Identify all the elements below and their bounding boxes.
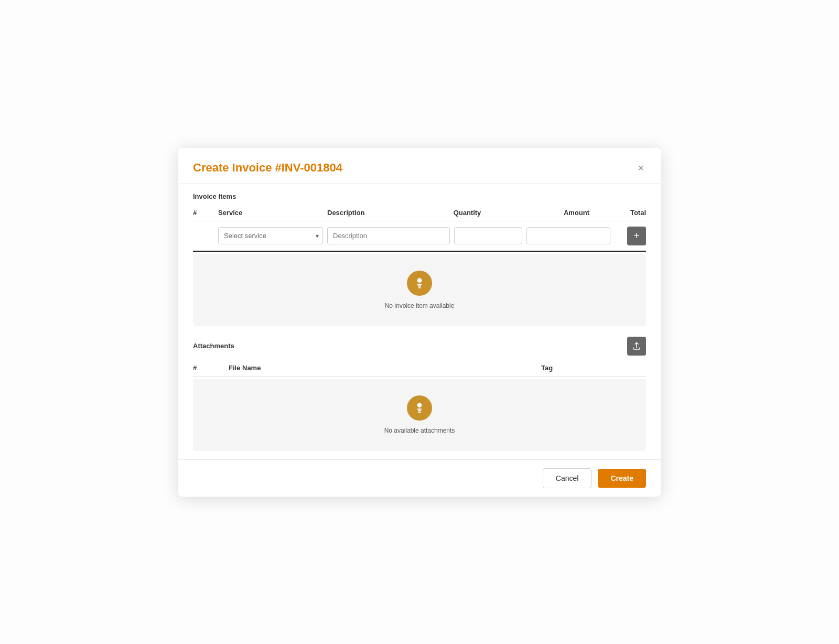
col-description: Description xyxy=(327,209,429,217)
attach-col-tag: Tag xyxy=(541,364,646,372)
modal-title-id: #INV-001804 xyxy=(275,161,342,174)
close-button[interactable]: × xyxy=(636,160,646,175)
attachments-section-title: Attachments xyxy=(193,338,234,354)
description-input[interactable] xyxy=(327,227,450,244)
attachments-header-row: Attachments xyxy=(193,335,646,356)
create-button[interactable]: Create xyxy=(598,469,646,488)
modal-overlay: Create Invoice #INV-001804 × Invoice Ite… xyxy=(0,0,839,644)
create-invoice-modal: Create Invoice #INV-001804 × Invoice Ite… xyxy=(178,148,661,497)
upload-icon xyxy=(632,341,641,351)
attachments-empty-state: No available attachments xyxy=(193,379,646,451)
quantity-input[interactable]: 0 xyxy=(454,227,522,244)
modal-title-prefix: Create Invoice xyxy=(193,161,275,174)
col-quantity: Quantity xyxy=(433,209,501,217)
empty-items-icon xyxy=(407,271,432,296)
modal-title: Create Invoice #INV-001804 xyxy=(193,161,342,175)
attach-col-hash: # xyxy=(193,364,224,372)
amount-input[interactable]: 0.00 xyxy=(526,227,610,244)
invoice-items-table-header: # Service Description Quantity Amount To… xyxy=(193,205,646,221)
attachments-empty-text: No available attachments xyxy=(384,427,455,434)
empty-attachments-icon xyxy=(407,395,432,421)
svg-rect-6 xyxy=(418,410,422,411)
invoice-items-empty-state: No invoice item available xyxy=(193,254,646,326)
col-hash: # xyxy=(193,209,214,217)
svg-rect-7 xyxy=(418,412,421,413)
svg-rect-3 xyxy=(418,287,421,288)
svg-rect-1 xyxy=(417,284,422,285)
service-select-wrapper: Select service ▾ xyxy=(218,227,323,244)
svg-rect-5 xyxy=(417,409,422,410)
invoice-items-empty-text: No invoice item available xyxy=(385,302,455,309)
col-amount: Amount xyxy=(505,209,589,217)
svg-point-0 xyxy=(417,278,422,283)
svg-point-4 xyxy=(417,403,422,407)
attachments-table-header: # File Name Tag xyxy=(193,360,646,377)
modal-footer: Cancel Create xyxy=(178,459,661,497)
add-item-button[interactable]: + xyxy=(627,227,646,245)
col-total: Total xyxy=(594,209,646,217)
attach-col-filename: File Name xyxy=(229,364,537,372)
modal-body: Invoice Items # Service Description Quan… xyxy=(178,184,661,459)
cancel-button[interactable]: Cancel xyxy=(543,468,592,488)
service-select[interactable]: Select service xyxy=(218,227,323,244)
modal-header: Create Invoice #INV-001804 × xyxy=(178,148,661,184)
invoice-item-input-row: Select service ▾ 0 0.00 + xyxy=(193,221,646,252)
col-service: Service xyxy=(218,209,323,217)
svg-rect-2 xyxy=(418,285,422,286)
invoice-items-section-title: Invoice Items xyxy=(193,184,646,205)
upload-button[interactable] xyxy=(627,337,646,356)
